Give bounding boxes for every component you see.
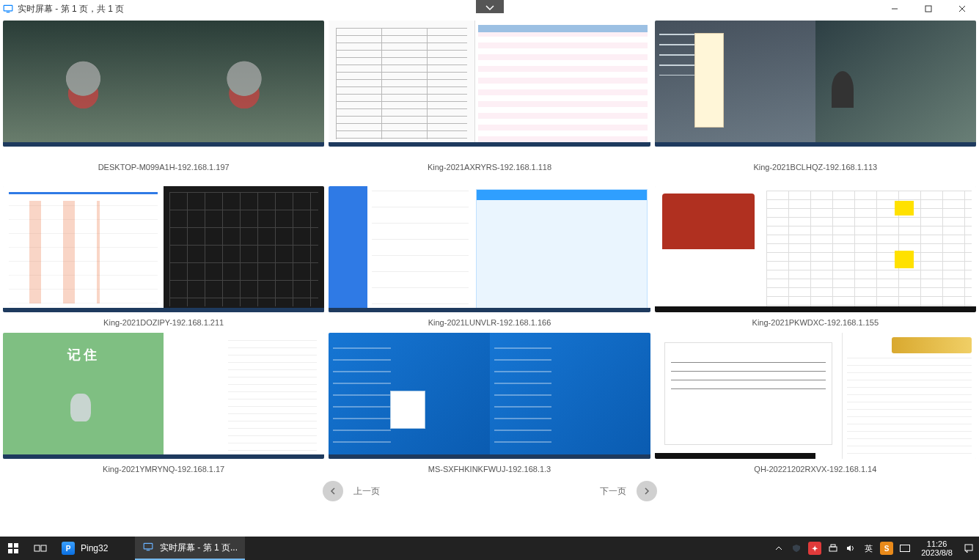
minimize-button[interactable] [878, 0, 912, 18]
screen-thumbnail[interactable] [655, 186, 976, 312]
svg-rect-3 [925, 6, 931, 12]
screen-label: King-2021LUNVLR-192.168.1.166 [329, 312, 650, 333]
taskbar-app-label: Ping32 [81, 543, 108, 553]
screen-label: King-2021YMRYNQ-192.168.1.17 [3, 459, 324, 479]
tray-sogou-icon[interactable]: S [880, 542, 893, 555]
start-button[interactable] [0, 537, 26, 560]
tray-shield-icon[interactable] [791, 544, 802, 553]
next-page-button[interactable]: 下一页 [600, 481, 657, 501]
next-page-label: 下一页 [600, 485, 626, 498]
svg-rect-14 [829, 547, 837, 551]
pager: 上一页 下一页 [0, 481, 979, 501]
svg-rect-16 [901, 545, 910, 552]
screen-thumbnail[interactable] [3, 21, 324, 147]
taskbar-app-label: 实时屏幕 - 第 1 页... [160, 542, 238, 554]
tray-chevron-up-icon[interactable] [773, 545, 785, 552]
svg-rect-0 [4, 5, 12, 11]
tray-notifications-icon[interactable] [963, 543, 975, 553]
screen-grid: DESKTOP-M099A1H-192.168.1.197 King-2021A… [0, 18, 979, 479]
tray-red-icon[interactable]: ✦ [808, 542, 821, 555]
svg-rect-1 [7, 12, 10, 12]
screen-label: King-2021PKWDXC-192.168.1.155 [655, 312, 976, 333]
screen-label: King-2021AXRYRS-192.168.1.118 [329, 147, 650, 186]
close-button[interactable] [945, 0, 979, 18]
screen-thumbnail[interactable] [3, 333, 324, 459]
system-tray: ✦ 英 S 11:26 2023/8/8 [769, 537, 979, 560]
tray-network-icon[interactable] [827, 544, 839, 553]
tray-date: 2023/8/8 [921, 548, 953, 557]
tray-ime-label[interactable]: 英 [862, 543, 874, 554]
screen-thumbnail[interactable] [329, 21, 650, 147]
screen-label: QH-20221202RXVX-192.168.1.14 [655, 459, 976, 479]
svg-rect-8 [8, 549, 12, 553]
taskbar-app-ping32[interactable]: P Ping32 [54, 537, 135, 560]
svg-rect-6 [8, 543, 12, 548]
svg-rect-12 [144, 543, 153, 549]
svg-rect-10 [34, 545, 40, 551]
arrow-right-icon [637, 481, 657, 501]
monitor-icon [142, 542, 154, 554]
screen-label: King-2021BCLHQZ-192.168.1.113 [655, 147, 976, 186]
screen-label: MS-SXFHKINKFWUJ-192.168.1.3 [329, 459, 650, 479]
prev-page-label: 上一页 [353, 485, 380, 498]
svg-rect-7 [14, 543, 18, 548]
svg-rect-15 [831, 545, 835, 547]
svg-rect-19 [965, 545, 972, 550]
screen-thumbnail[interactable] [655, 333, 976, 459]
tray-clock[interactable]: 11:26 2023/8/8 [917, 539, 957, 557]
screen-thumbnail[interactable] [655, 21, 976, 147]
screen-label: DESKTOP-M099A1H-192.168.1.197 [3, 147, 324, 186]
svg-rect-13 [147, 550, 150, 550]
arrow-left-icon [323, 481, 343, 501]
prev-page-button[interactable]: 上一页 [323, 481, 380, 501]
taskbar-app-realtime-screen[interactable]: 实时屏幕 - 第 1 页... [135, 537, 245, 560]
tray-volume-icon[interactable] [845, 544, 857, 553]
svg-rect-11 [41, 545, 46, 551]
svg-rect-9 [14, 549, 18, 553]
window-titlebar: 实时屏幕 - 第 1 页，共 1 页 [0, 0, 979, 18]
screen-label: King-2021DOZIPY-192.168.1.211 [3, 312, 324, 333]
tray-time: 11:26 [921, 539, 953, 548]
screen-thumbnail[interactable] [329, 186, 650, 312]
maximize-button[interactable] [912, 0, 945, 18]
monitor-icon [3, 4, 13, 14]
tray-keyboard-icon[interactable] [899, 545, 911, 552]
windows-taskbar: P Ping32 实时屏幕 - 第 1 页... ✦ 英 S 11:26 202… [0, 537, 979, 560]
task-view-button[interactable] [26, 537, 54, 560]
collapse-dropdown-button[interactable] [476, 0, 504, 13]
screen-thumbnail[interactable] [329, 333, 650, 459]
window-title: 实时屏幕 - 第 1 页，共 1 页 [18, 3, 124, 15]
ping32-icon: P [62, 542, 75, 555]
screen-thumbnail[interactable] [3, 186, 324, 312]
